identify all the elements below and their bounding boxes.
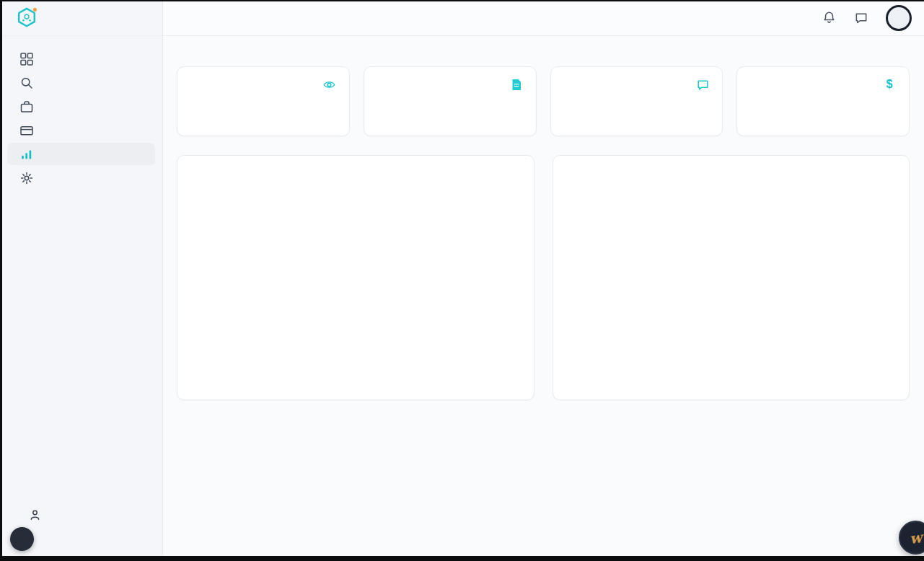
- sidebar-item-payments[interactable]: [7, 119, 155, 141]
- search-icon: [20, 76, 33, 89]
- chat-bubble-icon: [696, 78, 709, 91]
- sidebar-item-manage-jobs[interactable]: [7, 95, 155, 118]
- dollar-icon: $: [883, 78, 896, 91]
- brand-logo[interactable]: [0, 0, 162, 36]
- chat-widget-icon: w: [908, 528, 923, 547]
- logout-button[interactable]: [0, 528, 162, 551]
- user-avatar[interactable]: [10, 527, 34, 551]
- stat-card-interview-invites: [550, 66, 723, 136]
- briefcase-icon: [20, 100, 33, 113]
- main-content: $: [164, 37, 924, 561]
- monthly-earnings-card: [553, 155, 910, 400]
- topbar: [164, 0, 924, 36]
- dashboard-grid-icon: [20, 53, 33, 66]
- sidebar-item-dashboard[interactable]: [7, 48, 155, 70]
- application-funnel-card: [177, 155, 534, 400]
- sidebar-item-analytics[interactable]: [7, 143, 155, 165]
- window-edge-left: [0, 0, 2, 561]
- sidebar-footer: [0, 503, 162, 551]
- credit-card-icon: [20, 124, 33, 137]
- charts-row: [177, 155, 910, 400]
- sidebar-nav: [0, 48, 162, 189]
- sidebar: [0, 0, 163, 561]
- notifications-bell-icon[interactable]: [821, 10, 837, 26]
- stat-card-jobs-applied: [364, 66, 537, 136]
- stat-card-total-earned: $: [736, 66, 910, 136]
- account-avatar[interactable]: [886, 5, 912, 31]
- sidebar-item-settings[interactable]: [7, 167, 155, 189]
- hexagon-logo-icon: [16, 6, 38, 30]
- person-icon: [29, 509, 41, 521]
- gear-icon: [20, 172, 33, 185]
- window-edge-top: [0, 0, 924, 1]
- stats-row: $: [177, 66, 910, 136]
- sidebar-item-find-jobs[interactable]: [7, 71, 155, 94]
- messages-chat-icon[interactable]: [853, 10, 869, 26]
- my-profile-button[interactable]: [0, 503, 162, 526]
- bar-chart-icon: [20, 148, 33, 161]
- file-icon: [510, 78, 523, 91]
- eye-icon: [323, 78, 336, 91]
- window-edge-bottom: [0, 556, 924, 561]
- stat-card-profile-views: [177, 66, 350, 136]
